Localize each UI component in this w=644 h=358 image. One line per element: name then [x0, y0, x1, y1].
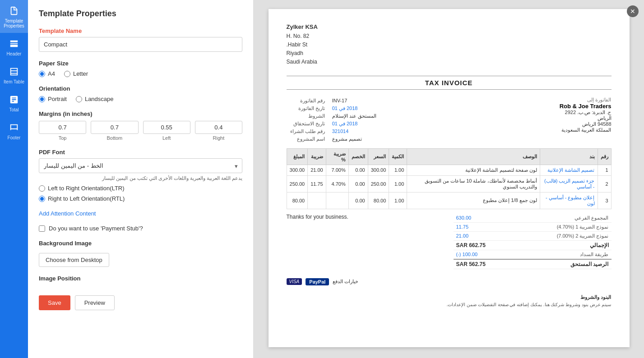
tax2-row: نموذج الضريبة 2 (%7.00) 21.00: [454, 231, 612, 240]
sidebar-item-label: Item Table: [4, 79, 24, 84]
sidebar-item-total[interactable]: Total: [0, 89, 28, 117]
row2-amount: 250.00: [287, 175, 308, 192]
margin-top-label: Top: [39, 135, 86, 141]
terms-value: المستحق عند الإستلام: [329, 112, 380, 120]
margins-label: Margins (in inches): [39, 110, 242, 117]
payment-stub-checkbox[interactable]: Do you want to use 'Payment Stub'?: [39, 225, 242, 232]
thanks-text: Thanks for your business.: [287, 214, 348, 220]
row3-discount: 0.00: [348, 192, 368, 209]
inv-date-value: 2018 في 01: [329, 105, 380, 112]
save-button[interactable]: Save: [39, 295, 70, 310]
paper-size-a4[interactable]: A4: [39, 70, 55, 77]
margin-right-label: Right: [195, 135, 242, 141]
margin-top-input[interactable]: [39, 121, 86, 134]
totals-section: Thanks for your business. المجموع الفرعي…: [287, 214, 612, 269]
col-tax: ضريبة: [308, 148, 326, 165]
row3-desc: لون جمع 1/8 إعلان مطبوع: [407, 192, 540, 209]
close-button[interactable]: ✕: [627, 5, 639, 17]
col-price: السعر: [368, 148, 389, 165]
template-name-label: Template Name: [39, 28, 242, 34]
sidebar-item-label: Footer: [8, 135, 21, 140]
col-no: رقم: [598, 148, 611, 165]
pdf-font-select-wrapper: الخط - من اليمين لليسار ▾: [39, 158, 242, 173]
tax1-value: 11.75: [454, 222, 514, 231]
margin-bottom-input[interactable]: [91, 121, 138, 134]
paper-size-letter[interactable]: Letter: [64, 70, 88, 77]
margin-left-input[interactable]: [143, 121, 190, 134]
orientation-landscape[interactable]: Landscape: [76, 96, 114, 102]
row3-no: 3: [598, 192, 611, 209]
address-line4: Saudi Arabia: [287, 58, 612, 66]
template-name-input[interactable]: [39, 37, 242, 52]
row3-item: إعلان مطبوع - أساسي - لون: [540, 192, 598, 209]
orientation-portrait[interactable]: Portrait: [39, 96, 67, 102]
sidebar-item-item-table[interactable]: Item Table: [0, 61, 28, 89]
col-tax-pct: ضريبة %: [326, 148, 348, 165]
total-label: الإجمالي: [513, 240, 611, 250]
inv-date-label: تاريخ الفاتورة: [287, 105, 329, 112]
row2-qty: 1.00: [389, 175, 407, 192]
ltr-label: Left to Right Orientation(LTR): [48, 185, 125, 192]
row1-tax: 21.00: [308, 165, 326, 175]
tax2-value: 21.00: [454, 231, 514, 240]
project-value: تصميم مشروع: [329, 135, 380, 143]
pdf-font-hint: يدعم اللغة العربية والعبرية واللغات الأخ…: [39, 175, 242, 181]
row3-amount: 80.00: [287, 192, 308, 209]
portrait-label: Portrait: [48, 96, 67, 102]
row1-qty: 1.00: [389, 165, 407, 175]
tax1-label: نموذج الضريبة 1 (%4.70): [513, 222, 611, 231]
bill-to-country: المملكة العربية السعودية: [521, 127, 612, 133]
preview-area: ✕ Zylker KSA H. No. 82 .Habir St Riyadh …: [254, 0, 644, 358]
preview-button[interactable]: Preview: [75, 295, 115, 310]
total-icon: [8, 93, 20, 106]
col-desc: الوصف: [407, 148, 540, 165]
total-row: الإجمالي SAR 662.75: [454, 240, 612, 250]
address-line3: Riyadh: [287, 49, 612, 58]
bill-to-label: الفاتورة إلى: [521, 97, 612, 103]
properties-panel: Template Properties Template Name Paper …: [28, 0, 254, 358]
row2-tax: 11.75: [308, 175, 326, 192]
due-date-value: 2018 في 01: [329, 120, 380, 128]
bill-to-addr2: الرياض: [521, 115, 612, 121]
margin-bottom-label: Bottom: [91, 135, 138, 141]
invoice-header-address: Zylker KSA H. No. 82 .Habir St Riyadh Sa…: [287, 23, 612, 67]
orientation-label: Orientation: [39, 85, 242, 92]
choose-from-desktop-button[interactable]: Choose from Desktop: [39, 253, 109, 267]
row1-amount: 300.00: [287, 165, 308, 175]
inv-no-value: INV-17: [329, 97, 380, 105]
terms-label: الشروط: [287, 112, 329, 120]
col-qty: الكمية: [389, 148, 407, 165]
rtl-option[interactable]: Right to Left Orientation(RTL): [39, 195, 242, 202]
row2-item: جزء تصميم الزيب (قالب) - أساسي: [540, 175, 598, 192]
balance-label: الرصيد المستحق: [513, 259, 611, 269]
po-value: 321014: [329, 128, 380, 135]
terms-section: البنود والشروط سيتم عرض بنود وشروط شركتك…: [287, 294, 612, 307]
paper-size-letter-label: Letter: [73, 70, 88, 77]
col-amount: المبلغ: [287, 148, 308, 165]
terms-title: البنود والشروط: [287, 294, 612, 300]
image-position-label: Image Position: [39, 275, 242, 282]
terms-text: سيتم عرض بنود وشروط شركتك هنا. يمكنك إضا…: [287, 302, 612, 307]
invoice-table: رقم بند الوصف الكمية السعر الخصم ضريبة %…: [287, 148, 612, 209]
footer-icon: [8, 121, 20, 134]
pdf-font-select[interactable]: الخط - من اليمين لليسار: [39, 158, 242, 173]
margin-left-field: Left: [143, 121, 190, 141]
sidebar-item-footer[interactable]: Footer: [0, 117, 28, 145]
margin-right-input[interactable]: [195, 121, 242, 134]
totals-table: المجموع الفرعي 630.00 نموذج الضريبة 1 (%…: [454, 214, 612, 269]
company-name: Zylker KSA: [287, 23, 612, 32]
table-row: 3 إعلان مطبوع - أساسي - لون لون جمع 1/8 …: [287, 192, 611, 209]
paypal-badge: PayPal: [306, 278, 329, 285]
row3-taxpct: [326, 192, 348, 209]
header-icon: [8, 37, 20, 50]
sidebar-item-template-properties[interactable]: Template Properties: [0, 0, 28, 33]
sidebar-item-label: Total: [9, 107, 19, 112]
total-value: SAR 662.75: [454, 240, 514, 250]
add-attention-link[interactable]: Add Attention Content: [39, 210, 96, 217]
project-label: اسم المشروع: [287, 135, 329, 143]
row2-taxpct: 4.70%: [326, 175, 348, 192]
bill-to-name: Rob & Joe Traders: [521, 103, 612, 110]
sidebar-item-header[interactable]: Header: [0, 33, 28, 61]
col-discount: الخصم: [348, 148, 368, 165]
ltr-option[interactable]: Left to Right Orientation(LTR): [39, 185, 242, 192]
